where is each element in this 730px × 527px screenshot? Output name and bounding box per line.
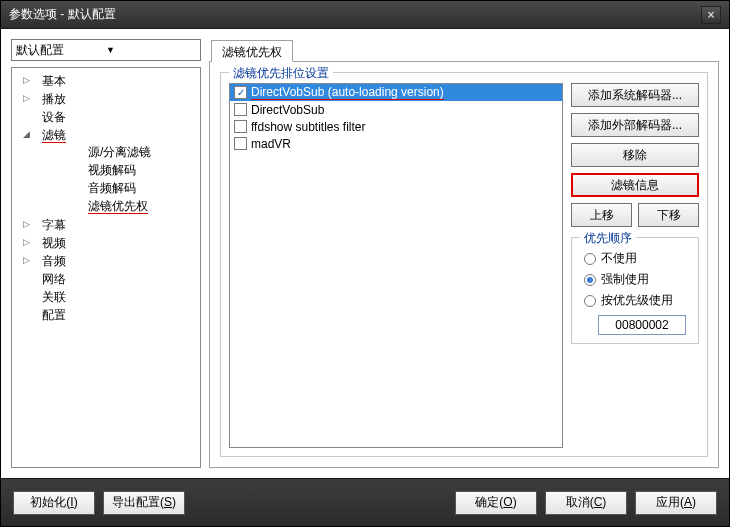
tab-filter-priority[interactable]: 滤镜优先权 (211, 40, 293, 62)
collapse-icon[interactable]: ◢ (20, 128, 32, 140)
tree-item-audio-decode[interactable]: 音频解码 (42, 179, 198, 197)
tree-item-video-decode[interactable]: 视频解码 (42, 161, 198, 179)
remove-button[interactable]: 移除 (571, 143, 699, 167)
rank-fieldset: 滤镜优先排位设置 DirectVobSub (auto-loading vers… (220, 72, 708, 457)
tree-item-device[interactable]: 设备 (14, 108, 198, 126)
filter-list-item[interactable]: madVR (230, 135, 562, 152)
checkbox-icon[interactable] (234, 120, 247, 133)
tree-item-video[interactable]: ▷ 视频 (14, 234, 198, 252)
filter-item-label: DirectVobSub (251, 103, 324, 117)
apply-button[interactable]: 应用(A) (635, 491, 717, 515)
move-down-button[interactable]: 下移 (638, 203, 699, 227)
export-config-button[interactable]: 导出配置(S) (103, 491, 185, 515)
tree-item-config[interactable]: 配置 (14, 306, 198, 324)
filter-list-item[interactable]: ffdshow subtitles filter (230, 118, 562, 135)
priority-value-input[interactable]: 00800002 (598, 315, 686, 335)
filter-item-label: DirectVobSub (auto-loading version) (251, 85, 444, 100)
radio-icon (584, 295, 596, 307)
right-column: 滤镜优先权 滤镜优先排位设置 DirectVobSub (auto-loadin… (209, 39, 719, 468)
titlebar: 参数选项 - 默认配置 × (1, 1, 729, 29)
tree-item-subtitle[interactable]: ▷ 字幕 (14, 216, 198, 234)
checkbox-icon[interactable] (234, 103, 247, 116)
rank-legend: 滤镜优先排位设置 (229, 65, 333, 82)
tab-strip: 滤镜优先权 (209, 39, 719, 62)
radio-dont-use[interactable]: 不使用 (580, 248, 690, 269)
tree-item-filter[interactable]: ◢ 滤镜 源/分离滤镜 视频解码 (14, 126, 198, 216)
filter-list-item[interactable]: DirectVobSub (230, 101, 562, 118)
radio-force-use[interactable]: 强制使用 (580, 269, 690, 290)
filter-listbox[interactable]: DirectVobSub (auto-loading version)Direc… (229, 83, 563, 448)
radio-icon (584, 274, 596, 286)
add-external-decoder-button[interactable]: 添加外部解码器... (571, 113, 699, 137)
footer-bar: 初始化(I) 导出配置(S) 确定(O) 取消(C) 应用(A) (1, 478, 729, 526)
expand-icon[interactable]: ▷ (20, 254, 32, 266)
profile-combobox[interactable]: 默认配置 ▼ (11, 39, 201, 61)
priority-legend: 优先顺序 (580, 230, 636, 247)
tree-item-network[interactable]: 网络 (14, 270, 198, 288)
filter-item-label: ffdshow subtitles filter (251, 120, 366, 134)
tree-item-playback[interactable]: ▷ 播放 (14, 90, 198, 108)
tree-item-filter-priority[interactable]: 滤镜优先权 (42, 197, 198, 215)
left-column: 默认配置 ▼ ▷ 基本 ▷ 播放 (11, 39, 201, 468)
tree-item-audio[interactable]: ▷ 音频 (14, 252, 198, 270)
expand-icon[interactable]: ▷ (20, 236, 32, 248)
ok-button[interactable]: 确定(O) (455, 491, 537, 515)
nav-tree: ▷ 基本 ▷ 播放 设备 ◢ 滤镜 (11, 67, 201, 468)
radio-by-priority[interactable]: 按优先级使用 (580, 290, 690, 311)
filter-item-label: madVR (251, 137, 291, 151)
add-system-decoder-button[interactable]: 添加系统解码器... (571, 83, 699, 107)
tree-item-source-splitter[interactable]: 源/分离滤镜 (42, 143, 198, 161)
expand-icon[interactable]: ▷ (20, 92, 32, 104)
tree-item-basic[interactable]: ▷ 基本 (14, 72, 198, 90)
expand-icon[interactable]: ▷ (20, 74, 32, 86)
tree-item-association[interactable]: 关联 (14, 288, 198, 306)
close-button[interactable]: × (701, 6, 721, 24)
chevron-down-icon: ▼ (103, 45, 196, 55)
checkbox-icon[interactable] (234, 137, 247, 150)
filter-list-col: DirectVobSub (auto-loading version)Direc… (229, 83, 563, 448)
priority-fieldset: 优先顺序 不使用 强制使用 (571, 237, 699, 344)
initialize-button[interactable]: 初始化(I) (13, 491, 95, 515)
button-column: 添加系统解码器... 添加外部解码器... 移除 滤镜信息 (571, 83, 699, 448)
filter-info-button[interactable]: 滤镜信息 (571, 173, 699, 197)
close-icon: × (707, 8, 714, 22)
checkbox-icon[interactable] (234, 86, 247, 99)
tab-body: 滤镜优先排位设置 DirectVobSub (auto-loading vers… (209, 62, 719, 468)
radio-icon (584, 253, 596, 265)
window-title: 参数选项 - 默认配置 (9, 6, 701, 23)
filter-list-item[interactable]: DirectVobSub (auto-loading version) (230, 84, 562, 101)
main-area: 默认配置 ▼ ▷ 基本 ▷ 播放 (1, 29, 729, 478)
profile-combobox-value: 默认配置 (16, 42, 103, 59)
cancel-button[interactable]: 取消(C) (545, 491, 627, 515)
move-up-button[interactable]: 上移 (571, 203, 632, 227)
expand-icon[interactable]: ▷ (20, 218, 32, 230)
